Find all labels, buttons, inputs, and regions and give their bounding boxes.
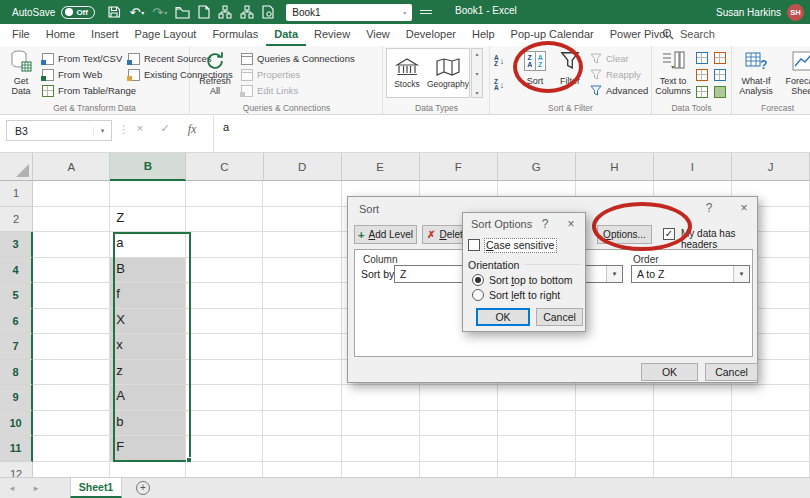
cell-B4[interactable]: B bbox=[110, 258, 186, 284]
reapply-filter-button[interactable]: Reapply bbox=[590, 67, 641, 82]
save-button[interactable] bbox=[105, 2, 123, 22]
redo-button[interactable]: ↷ ▾ bbox=[150, 2, 169, 22]
cell-A3[interactable] bbox=[33, 232, 110, 258]
cell-C5[interactable] bbox=[186, 283, 263, 309]
cell-B11[interactable]: F bbox=[110, 436, 186, 462]
add-level-button[interactable]: + Add Level bbox=[354, 225, 417, 244]
tab-file[interactable]: File bbox=[4, 24, 38, 46]
row-header-1[interactable]: 1 bbox=[0, 181, 33, 207]
row-header-3[interactable]: 3 bbox=[0, 232, 33, 258]
data-validation-icon[interactable] bbox=[696, 86, 708, 98]
from-text-csv-button[interactable]: From Text/CSV bbox=[42, 51, 122, 66]
remove-duplicates-icon[interactable] bbox=[696, 69, 708, 81]
gallery-more-icon[interactable]: ▾ bbox=[475, 89, 478, 96]
cell-A7[interactable] bbox=[33, 334, 110, 360]
tab-review[interactable]: Review bbox=[306, 24, 358, 46]
column-header-C[interactable]: C bbox=[186, 153, 263, 181]
flash-fill-icon[interactable] bbox=[696, 52, 708, 64]
cell-J11[interactable] bbox=[732, 436, 810, 462]
autosave-toggle[interactable]: Off bbox=[61, 6, 95, 19]
cell-C2[interactable] bbox=[186, 207, 263, 233]
cell-D5[interactable] bbox=[263, 283, 341, 309]
tab-formulas[interactable]: Formulas bbox=[204, 24, 266, 46]
sort-ok-button[interactable]: OK bbox=[641, 363, 698, 381]
cell-F12[interactable] bbox=[420, 462, 498, 478]
row-header-7[interactable]: 7 bbox=[0, 334, 33, 360]
sort-by-dropdown-icon[interactable]: ▾ bbox=[606, 266, 622, 282]
column-header-F[interactable]: F bbox=[420, 153, 498, 181]
new-file-button[interactable] bbox=[196, 2, 212, 22]
cell-E9[interactable] bbox=[342, 385, 420, 411]
cell-G11[interactable] bbox=[498, 436, 576, 462]
sort-options-cancel-button[interactable]: Cancel bbox=[536, 308, 583, 326]
cell-B9[interactable]: A bbox=[110, 385, 186, 411]
gallery-down-icon[interactable]: ▾ bbox=[475, 70, 478, 77]
row-header-8[interactable]: 8 bbox=[0, 360, 33, 386]
cell-H10[interactable] bbox=[576, 411, 654, 437]
clear-filter-button[interactable]: Clear bbox=[590, 51, 629, 66]
cell-F11[interactable] bbox=[420, 436, 498, 462]
select-all-corner[interactable] bbox=[0, 153, 33, 181]
close-icon[interactable]: × bbox=[736, 201, 752, 215]
cell-E11[interactable] bbox=[342, 436, 420, 462]
cell-A12[interactable] bbox=[33, 462, 110, 478]
help-icon[interactable]: ? bbox=[701, 201, 717, 215]
tab-view[interactable]: View bbox=[358, 24, 398, 46]
cell-I12[interactable] bbox=[654, 462, 732, 478]
cell-D7[interactable] bbox=[263, 334, 341, 360]
tab-data[interactable]: Data bbox=[266, 24, 306, 46]
name-box-dropdown-icon[interactable]: ▾ bbox=[93, 127, 111, 135]
sort-options-ok-button[interactable]: OK bbox=[476, 308, 530, 326]
row-header-4[interactable]: 4 bbox=[0, 258, 33, 284]
column-header-A[interactable]: A bbox=[33, 153, 110, 181]
cell-A11[interactable] bbox=[33, 436, 110, 462]
column-header-G[interactable]: G bbox=[498, 153, 576, 181]
cell-B1[interactable] bbox=[110, 181, 186, 207]
cell-B10[interactable]: b bbox=[110, 411, 186, 437]
get-data-button[interactable]: Get Data bbox=[4, 48, 38, 96]
cell-B3[interactable]: a bbox=[110, 232, 186, 258]
queries-connections-button[interactable]: Queries & Connections bbox=[241, 51, 355, 66]
cell-G12[interactable] bbox=[498, 462, 576, 478]
tab-page-layout[interactable]: Page Layout bbox=[127, 24, 205, 46]
case-sensitive-checkbox[interactable] bbox=[468, 239, 480, 251]
cell-D1[interactable] bbox=[263, 181, 341, 207]
row-header-6[interactable]: 6 bbox=[0, 309, 33, 335]
cell-B12[interactable] bbox=[110, 462, 186, 478]
cell-D4[interactable] bbox=[263, 258, 341, 284]
sort-order-select[interactable]: A to Z ▾ bbox=[631, 265, 750, 283]
refresh-all-button[interactable]: Refresh All bbox=[195, 48, 235, 96]
cell-A9[interactable] bbox=[33, 385, 110, 411]
enter-entry-button[interactable]: ✓ bbox=[155, 122, 175, 135]
name-box[interactable]: B3 ▾ bbox=[6, 120, 112, 141]
cell-B8[interactable]: z bbox=[110, 360, 186, 386]
cell-A2[interactable] bbox=[33, 207, 110, 233]
sort-cancel-button[interactable]: Cancel bbox=[705, 363, 758, 381]
add-sheet-button[interactable]: + bbox=[136, 481, 150, 495]
hierarchy-button-1[interactable] bbox=[216, 2, 234, 22]
workbook-name-box[interactable]: Book1 ▾ bbox=[286, 4, 412, 21]
open-file-button[interactable] bbox=[173, 2, 192, 22]
column-header-J[interactable]: J bbox=[732, 153, 810, 181]
tab-home[interactable]: Home bbox=[38, 24, 83, 46]
cell-I11[interactable] bbox=[654, 436, 732, 462]
what-if-analysis-button[interactable]: ? What-If Analysis bbox=[735, 48, 777, 96]
cell-A5[interactable] bbox=[33, 283, 110, 309]
cell-D12[interactable] bbox=[263, 462, 341, 478]
prev-sheet-button[interactable]: ◂ bbox=[0, 478, 24, 498]
tab-developer[interactable]: Developer bbox=[398, 24, 464, 46]
tab-insert[interactable]: Insert bbox=[83, 24, 127, 46]
cell-H11[interactable] bbox=[576, 436, 654, 462]
cell-A1[interactable] bbox=[33, 181, 110, 207]
consolidate-icon[interactable] bbox=[714, 52, 726, 64]
properties-button[interactable]: Properties bbox=[241, 67, 300, 82]
cell-B5[interactable]: f bbox=[110, 283, 186, 309]
cell-G9[interactable] bbox=[498, 385, 576, 411]
column-header-I[interactable]: I bbox=[654, 153, 732, 181]
edit-links-button[interactable]: Edit Links bbox=[241, 83, 298, 98]
cell-C1[interactable] bbox=[186, 181, 263, 207]
sheet-tab-sheet1[interactable]: Sheet1 bbox=[70, 478, 122, 498]
forecast-sheet-button[interactable]: Forecast Sheet bbox=[781, 48, 810, 96]
touch-mode-button[interactable] bbox=[260, 2, 276, 22]
cell-C12[interactable] bbox=[186, 462, 263, 478]
